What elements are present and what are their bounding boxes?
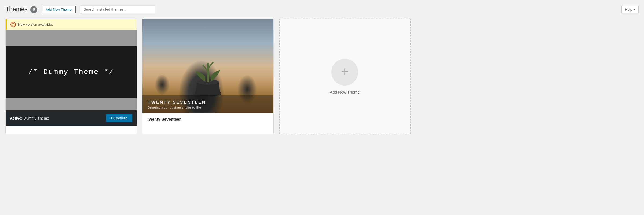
ts-name-bar: Twenty Seventeen xyxy=(142,113,273,125)
page-title: Themes 5 xyxy=(5,5,37,13)
active-label-bold: Active: xyxy=(10,116,23,120)
ts-title-text: TWENTY SEVENTEEN xyxy=(148,100,268,105)
search-input[interactable] xyxy=(80,5,155,13)
active-theme-name: Dummy Theme xyxy=(24,116,49,120)
help-button[interactable]: Help ▾ xyxy=(621,6,639,13)
plus-icon: + xyxy=(341,65,349,78)
ts-subtitle-text: Bringing your business' site to life xyxy=(148,106,268,109)
theme-card-dummy: New version available. /* Dummy Theme */… xyxy=(5,19,137,134)
theme-card-inner: New version available. /* Dummy Theme */… xyxy=(6,19,137,126)
active-label: Active: Dummy Theme xyxy=(10,116,49,120)
update-notice: New version available. xyxy=(6,19,137,30)
dummy-top-bar xyxy=(6,30,137,46)
add-theme-label: Add New Theme xyxy=(330,90,360,94)
title-text: Themes xyxy=(5,6,28,13)
header-row: Themes 5 Add New Theme Help ▾ xyxy=(5,5,639,13)
add-theme-card[interactable]: + Add New Theme xyxy=(279,19,411,134)
svg-point-0 xyxy=(11,22,16,27)
update-icon xyxy=(10,22,16,27)
add-theme-circle: + xyxy=(331,59,358,86)
theme-card-twenty-seventeen: TWENTY SEVENTEEN Bringing your business'… xyxy=(142,19,274,134)
theme-count-badge: 5 xyxy=(30,6,37,13)
chevron-down-icon: ▾ xyxy=(633,8,635,12)
help-label: Help xyxy=(625,8,632,12)
customize-button[interactable]: Customize xyxy=(106,114,132,122)
update-notice-text: New version available. xyxy=(18,23,53,27)
ts-screenshot: TWENTY SEVENTEEN Bringing your business'… xyxy=(142,19,273,113)
active-bar: Active: Dummy Theme Customize xyxy=(6,110,137,126)
dummy-theme-screenshot: /* Dummy Theme */ xyxy=(6,30,137,110)
dummy-bottom-bar xyxy=(6,98,137,110)
plant-illustration xyxy=(189,55,227,98)
dummy-theme-text: /* Dummy Theme */ xyxy=(28,68,114,76)
ts-theme-name: Twenty Seventeen xyxy=(147,117,182,121)
page-wrapper: Themes 5 Add New Theme Help ▾ New versio… xyxy=(0,0,644,139)
themes-grid: New version available. /* Dummy Theme */… xyxy=(5,19,639,134)
dummy-black-section: /* Dummy Theme */ xyxy=(6,46,137,98)
ts-overlay: TWENTY SEVENTEEN Bringing your business'… xyxy=(142,95,273,113)
add-new-theme-button[interactable]: Add New Theme xyxy=(42,6,76,13)
